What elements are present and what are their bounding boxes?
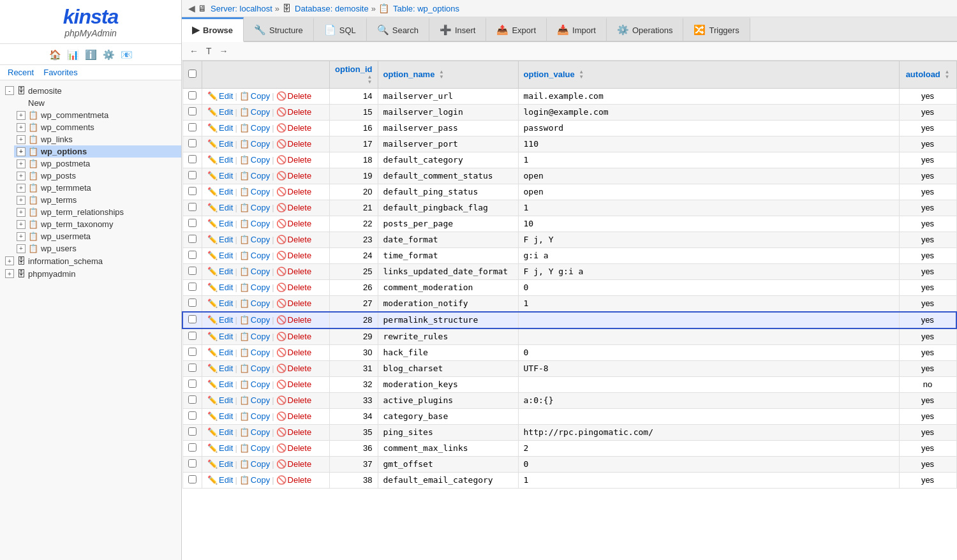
back-arrow[interactable]: ◀ <box>188 3 195 13</box>
right-arrow-btn[interactable]: → <box>217 45 231 57</box>
delete-button[interactable]: 🚫 Delete <box>276 187 312 196</box>
toggle-wp-term-taxonomy[interactable]: + <box>17 220 26 229</box>
copy-button[interactable]: 📋 Copy <box>239 459 270 469</box>
edit-button[interactable]: ✏️ Edit <box>207 459 233 469</box>
tab-triggers[interactable]: 🔀 Triggers <box>683 17 750 41</box>
delete-button[interactable]: 🚫 Delete <box>276 298 312 308</box>
sort-option-value[interactable]: option_value <box>524 70 575 79</box>
copy-button[interactable]: 📋 Copy <box>239 379 270 389</box>
toggle-wp-comments[interactable]: + <box>17 123 26 132</box>
tab-browse[interactable]: ▶ Browse <box>182 17 244 42</box>
row-checkbox[interactable] <box>188 155 197 163</box>
copy-button[interactable]: 📋 Copy <box>239 475 270 485</box>
toggle-wp-terms[interactable]: + <box>17 196 26 205</box>
row-checkbox[interactable] <box>188 332 197 340</box>
row-checkbox[interactable] <box>188 123 197 131</box>
tree-item-wp-termmeta[interactable]: + 📋 wp_termmeta <box>14 182 181 194</box>
copy-button[interactable]: 📋 Copy <box>239 251 270 260</box>
row-checkbox[interactable] <box>188 315 197 323</box>
edit-button[interactable]: ✏️ Edit <box>207 235 233 244</box>
select-all-checkbox[interactable] <box>188 70 197 78</box>
row-checkbox[interactable] <box>188 411 197 420</box>
toggle-phpmyadmin[interactable]: + <box>5 269 14 278</box>
copy-button[interactable]: 📋 Copy <box>239 171 270 181</box>
toggle-wp-links[interactable]: + <box>17 135 26 144</box>
delete-button[interactable]: 🚫 Delete <box>276 427 312 437</box>
row-checkbox[interactable] <box>188 171 197 179</box>
copy-button[interactable]: 📋 Copy <box>239 107 270 117</box>
edit-button[interactable]: ✏️ Edit <box>207 475 233 485</box>
breadcrumb-server[interactable]: Server: localhost <box>211 4 272 13</box>
delete-button[interactable]: 🚫 Delete <box>276 91 312 101</box>
edit-button[interactable]: ✏️ Edit <box>207 251 233 260</box>
edit-button[interactable]: ✏️ Edit <box>207 91 233 101</box>
edit-button[interactable]: ✏️ Edit <box>207 283 233 292</box>
copy-button[interactable]: 📋 Copy <box>239 155 270 165</box>
edit-button[interactable]: ✏️ Edit <box>207 443 233 453</box>
copy-button[interactable]: 📋 Copy <box>239 187 270 196</box>
delete-button[interactable]: 🚫 Delete <box>276 332 312 341</box>
delete-button[interactable]: 🚫 Delete <box>276 251 312 260</box>
row-checkbox[interactable] <box>188 219 197 227</box>
tab-import[interactable]: 📥 Import <box>547 17 607 41</box>
sort-autoload[interactable]: autoload <box>906 70 940 79</box>
row-checkbox[interactable] <box>188 459 197 468</box>
tree-item-wp-users[interactable]: + 📋 wp_users <box>14 242 181 254</box>
tab-sql[interactable]: 📄 SQL <box>314 17 367 41</box>
tree-item-phpmyadmin[interactable]: + 🗄 phpmyadmin <box>0 267 181 280</box>
sort-option-name[interactable]: option_name <box>383 70 435 79</box>
tree-item-new[interactable]: New <box>14 97 181 109</box>
row-checkbox[interactable] <box>188 203 197 211</box>
edit-button[interactable]: ✏️ Edit <box>207 315 233 325</box>
delete-button[interactable]: 🚫 Delete <box>276 171 312 181</box>
toggle-wp-posts[interactable]: + <box>17 172 26 181</box>
copy-button[interactable]: 📋 Copy <box>239 427 270 437</box>
tab-search[interactable]: 🔍 Search <box>367 17 429 41</box>
tree-item-information-schema[interactable]: + 🗄 information_schema <box>0 254 181 267</box>
copy-button[interactable]: 📋 Copy <box>239 315 270 325</box>
info-icon[interactable]: ℹ️ <box>84 48 98 62</box>
row-checkbox[interactable] <box>188 395 197 404</box>
tree-item-wp-term-relationships[interactable]: + 📋 wp_term_relationships <box>14 206 181 218</box>
tab-operations[interactable]: ⚙️ Operations <box>607 17 684 41</box>
edit-button[interactable]: ✏️ Edit <box>207 123 233 133</box>
recent-link[interactable]: Recent <box>8 68 34 77</box>
copy-button[interactable]: 📋 Copy <box>239 203 270 212</box>
toggle-wp-options[interactable]: + <box>17 147 26 156</box>
tab-structure[interactable]: 🔧 Structure <box>244 17 314 41</box>
toggle-demosite[interactable]: - <box>5 86 14 95</box>
copy-button[interactable]: 📋 Copy <box>239 219 270 228</box>
copy-button[interactable]: 📋 Copy <box>239 395 270 405</box>
delete-button[interactable]: 🚫 Delete <box>276 379 312 389</box>
edit-button[interactable]: ✏️ Edit <box>207 219 233 228</box>
copy-button[interactable]: 📋 Copy <box>239 91 270 101</box>
breadcrumb-database[interactable]: Database: demosite <box>295 4 369 13</box>
edit-button[interactable]: ✏️ Edit <box>207 395 233 405</box>
toggle-wp-postmeta[interactable]: + <box>17 159 26 168</box>
edit-button[interactable]: ✏️ Edit <box>207 139 233 149</box>
copy-button[interactable]: 📋 Copy <box>239 443 270 453</box>
toggle-information-schema[interactable]: + <box>5 256 14 265</box>
tree-item-wp-links[interactable]: + 📋 wp_links <box>14 133 181 145</box>
tab-insert[interactable]: ➕ Insert <box>429 17 487 41</box>
favorites-link[interactable]: Favorites <box>43 68 77 77</box>
toggle-wp-commentmeta[interactable]: + <box>17 111 26 120</box>
copy-button[interactable]: 📋 Copy <box>239 364 270 373</box>
edit-button[interactable]: ✏️ Edit <box>207 364 233 373</box>
row-checkbox[interactable] <box>188 251 197 259</box>
tree-item-demosite[interactable]: - 🗄 demosite <box>0 84 181 97</box>
delete-button[interactable]: 🚫 Delete <box>276 475 312 485</box>
left-arrow-btn[interactable]: ← <box>187 45 201 57</box>
edit-button[interactable]: ✏️ Edit <box>207 298 233 308</box>
delete-button[interactable]: 🚫 Delete <box>276 267 312 276</box>
edit-button[interactable]: ✏️ Edit <box>207 107 233 117</box>
row-checkbox[interactable] <box>188 379 197 388</box>
row-checkbox[interactable] <box>188 348 197 356</box>
row-checkbox[interactable] <box>188 427 197 436</box>
row-checkbox[interactable] <box>188 235 197 243</box>
delete-button[interactable]: 🚫 Delete <box>276 123 312 133</box>
edit-button[interactable]: ✏️ Edit <box>207 155 233 165</box>
delete-button[interactable]: 🚫 Delete <box>276 395 312 405</box>
copy-button[interactable]: 📋 Copy <box>239 411 270 421</box>
row-checkbox[interactable] <box>188 283 197 291</box>
